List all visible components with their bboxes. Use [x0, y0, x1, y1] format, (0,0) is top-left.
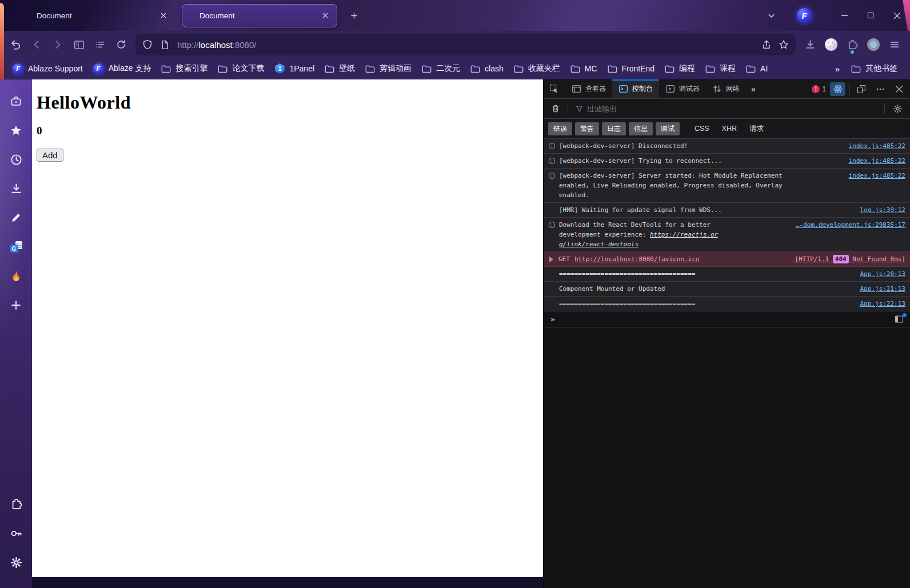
source-location-link[interactable]: App.js:20:13	[855, 269, 905, 279]
url-display[interactable]: http://localhost:8080/	[177, 40, 758, 50]
type-filter-button[interactable]: XHR	[717, 123, 742, 134]
source-location-link[interactable]: index.js:485:22	[843, 141, 905, 151]
sidebar-translate-button[interactable]: G	[6, 237, 26, 257]
url-bar[interactable]: http://localhost:8080/	[135, 34, 796, 55]
level-filter-button[interactable]: 日志	[602, 122, 626, 135]
request-url-link[interactable]: http://localhost:8080/favicon.ico	[574, 254, 700, 264]
level-filter-button[interactable]: 信息	[629, 122, 653, 135]
reload-button[interactable]	[111, 35, 131, 54]
type-filter-button[interactable]: 请求	[744, 122, 769, 135]
tab-close-button[interactable]	[318, 9, 332, 22]
page-info-icon[interactable]	[156, 36, 173, 53]
error-count-badge[interactable]: !1	[812, 85, 826, 93]
pick-element-button[interactable]	[544, 79, 565, 98]
source-location-link[interactable]: App.js:22:13	[855, 299, 905, 309]
sidebar-briefcase-button[interactable]	[6, 91, 26, 111]
1panel-favicon-icon: 1	[274, 63, 285, 74]
bookmark-item[interactable]: 11Panel	[270, 61, 319, 77]
level-filter-button[interactable]: 警告	[575, 122, 599, 135]
level-filter-button[interactable]: 调试	[656, 122, 680, 135]
info-icon	[547, 171, 556, 181]
devtools-tab-debugger[interactable]: 调试器	[659, 79, 706, 98]
extension-avatar-button[interactable]	[821, 35, 841, 54]
react-devtools-button[interactable]	[830, 82, 845, 96]
devtools-tab-console[interactable]: 控制台	[612, 79, 659, 98]
devtools-tab-inspector[interactable]: 查看器	[565, 79, 612, 98]
browser-tab[interactable]: Document	[182, 4, 337, 27]
sidebar-plus-button[interactable]	[6, 295, 26, 315]
bookmark-item[interactable]: 收藏夹栏	[509, 61, 565, 77]
sidebar-pencil-button[interactable]	[6, 207, 26, 228]
forward-button[interactable]	[48, 35, 67, 54]
bookmark-item[interactable]: MC	[566, 61, 602, 76]
devtools-menu-button[interactable]	[873, 82, 888, 97]
bookmark-item[interactable]: FrontEnd	[603, 61, 660, 76]
new-tab-button[interactable]	[344, 6, 364, 25]
bookmark-item[interactable]: 搜索引擎	[157, 61, 212, 77]
add-button[interactable]: Add	[37, 149, 63, 162]
level-filter-button[interactable]: 错误	[548, 122, 572, 135]
message-text: [webpack-dev-server] Trying to reconnect…	[559, 156, 722, 166]
console-input-row[interactable]: »	[544, 311, 910, 327]
toolbar-separator	[568, 103, 568, 114]
bookmark-item[interactable]: 编程	[660, 61, 700, 77]
close-devtools-button[interactable]	[892, 82, 907, 97]
tab-close-button[interactable]	[157, 9, 170, 22]
type-filter-button[interactable]: CSS	[689, 123, 715, 134]
extensions-button[interactable]	[843, 35, 862, 54]
sidebar-toggle-button[interactable]	[69, 35, 89, 54]
sidebar-clock-button[interactable]	[6, 149, 26, 170]
back-button[interactable]	[27, 35, 46, 54]
bookmark-item[interactable]: 课程	[701, 61, 740, 77]
bookmark-item[interactable]: FAblaze Support	[8, 61, 87, 77]
responsive-design-button[interactable]	[854, 82, 869, 97]
sidebar-download-button[interactable]	[6, 178, 26, 199]
account-button[interactable]	[864, 35, 883, 54]
info-icon	[547, 156, 556, 166]
close-window-button[interactable]	[884, 0, 910, 31]
reader-list-button[interactable]	[90, 35, 110, 54]
filter-output-input[interactable]	[587, 105, 881, 113]
other-bookmarks-folder[interactable]: 其他书签	[847, 61, 902, 77]
sidebar-flame-button[interactable]	[6, 266, 26, 286]
bookmark-item[interactable]: 壁纸	[320, 61, 360, 77]
devtools-tab-network[interactable]: 网络	[706, 79, 746, 98]
message-text: Component Mounted or Updated	[559, 284, 665, 294]
sidebar-gear-button[interactable]	[6, 552, 26, 573]
sidebar-key-button[interactable]	[6, 523, 26, 543]
maximize-button[interactable]	[857, 0, 884, 31]
disclosure-triangle-icon[interactable]	[549, 257, 553, 262]
request-status-link[interactable]: [HTTP/1.1 404 Not Found 0ms]	[789, 254, 905, 264]
minimize-button[interactable]	[831, 0, 857, 31]
source-location-link[interactable]: index.js:485:22	[843, 171, 905, 181]
bookmark-item[interactable]: FAblaze 支持	[89, 61, 156, 77]
undo-close-tab-button[interactable]	[6, 35, 25, 54]
downloads-button[interactable]	[800, 35, 820, 54]
share-button[interactable]	[758, 36, 775, 53]
clear-console-button[interactable]	[547, 101, 564, 117]
tracking-shield-icon[interactable]	[139, 36, 156, 53]
bookmark-star-button[interactable]	[775, 36, 792, 53]
devtools-toolbar-right: !1	[812, 79, 910, 98]
bookmark-item[interactable]: 论文下载	[213, 61, 269, 77]
sidebar-puzzle-button[interactable]	[6, 494, 26, 514]
bookmark-item[interactable]: clash	[466, 61, 508, 76]
app-menu-button[interactable]	[885, 35, 904, 54]
split-console-button[interactable]	[893, 314, 905, 325]
source-location-link[interactable]: index.js:485:22	[843, 156, 905, 166]
bookmark-item[interactable]: 二次元	[417, 61, 465, 77]
sidebar-star-button[interactable]	[6, 120, 26, 141]
bookmark-item[interactable]: AI	[741, 61, 772, 76]
more-tools-button[interactable]: »	[746, 79, 761, 98]
source-location-link[interactable]: log.js:39:12	[855, 205, 905, 215]
list-all-tabs-button[interactable]	[759, 0, 783, 31]
notification-dot	[903, 313, 907, 317]
source-location-link[interactable]: …-dom.development.js:29835:17	[790, 220, 905, 230]
source-location-link[interactable]: App.js:21:13	[855, 284, 905, 294]
bookmarks-overflow-button[interactable]: »	[829, 63, 845, 75]
browser-tab[interactable]: Document	[19, 4, 175, 27]
console-settings-button[interactable]	[888, 101, 907, 117]
floorp-logo-icon[interactable]: F	[797, 8, 812, 23]
message-url-link[interactable]: https://reactjs.org/link/react-devtools	[559, 231, 718, 248]
bookmark-item[interactable]: 剪辑动画	[361, 61, 416, 77]
